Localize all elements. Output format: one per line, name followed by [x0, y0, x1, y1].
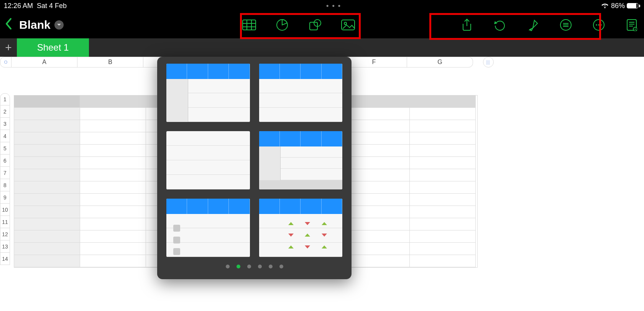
- page-dot[interactable]: [226, 265, 230, 268]
- back-button[interactable]: [2, 16, 15, 34]
- column-handle[interactable]: ||: [483, 57, 494, 67]
- table-icon[interactable]: [242, 17, 257, 33]
- status-time: 12:26 AM: [4, 2, 33, 10]
- row-header[interactable]: 10: [0, 204, 10, 216]
- insert-toolbar-group: [242, 17, 356, 33]
- col-header-G[interactable]: G: [407, 57, 473, 67]
- svg-point-15: [596, 24, 597, 26]
- page-dot[interactable]: [279, 265, 283, 268]
- document-title[interactable]: Blank: [19, 18, 64, 31]
- select-all-corner[interactable]: O: [0, 57, 12, 67]
- media-icon[interactable]: [340, 17, 356, 33]
- page-dot-active[interactable]: [237, 265, 240, 268]
- row-header[interactable]: 13: [0, 240, 10, 253]
- add-sheet-button[interactable]: +: [0, 38, 17, 57]
- row-header[interactable]: 14: [0, 253, 10, 265]
- page-dot[interactable]: [247, 265, 251, 268]
- share-icon[interactable]: [459, 17, 475, 33]
- status-date: Sat 4 Feb: [37, 2, 67, 10]
- status-bar: 12:26 AM Sat 4 Feb • • • 86%: [0, 0, 644, 12]
- document-title-text: Blank: [19, 18, 51, 31]
- more-icon[interactable]: [591, 17, 606, 33]
- col-header-B[interactable]: B: [77, 57, 143, 67]
- row-header[interactable]: 11: [0, 216, 10, 228]
- row-header[interactable]: 12: [0, 228, 10, 240]
- multitask-dots[interactable]: • • •: [67, 2, 601, 10]
- svg-point-23: [635, 29, 636, 30]
- template-checklist[interactable]: [166, 199, 250, 257]
- shape-icon[interactable]: [307, 17, 323, 33]
- template-grid: [166, 64, 342, 257]
- actions-toolbar-group: [459, 17, 639, 33]
- svg-point-17: [600, 24, 602, 26]
- row-header[interactable]: 2: [0, 105, 10, 118]
- row-header[interactable]: 3: [0, 118, 10, 130]
- row-header[interactable]: 9: [0, 191, 10, 204]
- template-header-only[interactable]: [259, 64, 343, 122]
- row-header[interactable]: 1: [0, 93, 10, 105]
- col-header-A[interactable]: A: [12, 57, 77, 67]
- chart-icon[interactable]: [274, 17, 290, 33]
- row-header[interactable]: 4: [0, 130, 10, 142]
- row-header[interactable]: 8: [0, 179, 10, 191]
- template-header-fcol-footer[interactable]: [259, 131, 343, 189]
- table-templates-popover: [157, 57, 352, 279]
- template-triangles[interactable]: [259, 199, 343, 257]
- row-header[interactable]: 7: [0, 167, 10, 179]
- row-header[interactable]: 6: [0, 155, 10, 167]
- undo-icon[interactable]: [492, 17, 508, 33]
- svg-rect-0: [243, 20, 256, 30]
- template-header-first-col[interactable]: [166, 64, 250, 122]
- row-header[interactable]: 5: [0, 142, 10, 155]
- page-dot[interactable]: [258, 265, 262, 268]
- template-plain[interactable]: [166, 131, 250, 189]
- svg-point-16: [598, 24, 600, 26]
- svg-point-9: [344, 22, 347, 25]
- row-headers: 1 2 3 4 5 6 7 8 9 10 11 12 13 14: [0, 93, 10, 265]
- sheet-tab-1[interactable]: Sheet 1: [17, 38, 89, 57]
- battery-pct: 86%: [611, 2, 625, 10]
- organize-icon[interactable]: [558, 17, 573, 33]
- page-indicator[interactable]: [166, 265, 342, 268]
- page-dot[interactable]: [269, 265, 273, 268]
- chevron-down-icon: [54, 20, 64, 30]
- main-toolbar: Blank: [0, 12, 644, 38]
- format-brush-icon[interactable]: [525, 17, 540, 33]
- battery-icon: [627, 3, 640, 8]
- document-settings-icon[interactable]: [624, 17, 639, 33]
- wifi-icon: [601, 3, 609, 9]
- sheet-tab-strip: + Sheet 1: [0, 38, 644, 57]
